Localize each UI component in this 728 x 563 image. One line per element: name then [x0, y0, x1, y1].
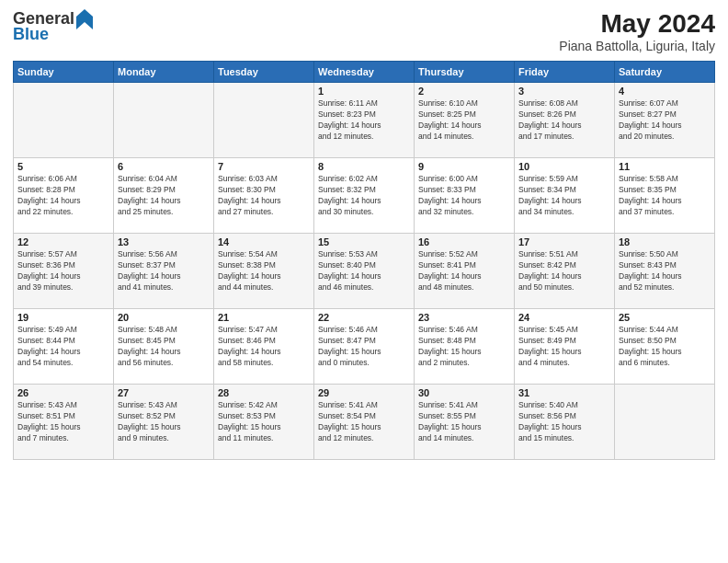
day-cell — [14, 83, 114, 158]
day-number: 1 — [318, 86, 410, 97]
day-info: Sunrise: 6:00 AM Sunset: 8:33 PM Dayligh… — [418, 174, 510, 218]
day-number: 23 — [418, 312, 510, 323]
day-info: Sunrise: 5:52 AM Sunset: 8:41 PM Dayligh… — [418, 249, 510, 293]
day-info: Sunrise: 5:57 AM Sunset: 8:36 PM Dayligh… — [17, 249, 109, 293]
day-number: 2 — [418, 86, 510, 97]
day-number: 3 — [518, 86, 610, 97]
day-number: 27 — [118, 387, 210, 398]
day-info: Sunrise: 5:45 AM Sunset: 8:49 PM Dayligh… — [518, 325, 610, 369]
day-number: 17 — [518, 236, 610, 247]
day-number: 14 — [218, 236, 310, 247]
day-number: 7 — [218, 161, 310, 172]
day-info: Sunrise: 6:02 AM Sunset: 8:32 PM Dayligh… — [318, 174, 410, 218]
day-info: Sunrise: 5:42 AM Sunset: 8:53 PM Dayligh… — [218, 400, 310, 444]
day-cell: 30Sunrise: 5:41 AM Sunset: 8:55 PM Dayli… — [415, 385, 515, 460]
day-cell: 27Sunrise: 5:43 AM Sunset: 8:52 PM Dayli… — [114, 385, 214, 460]
header-row: Sunday Monday Tuesday Wednesday Thursday… — [14, 62, 715, 83]
day-cell: 2Sunrise: 6:10 AM Sunset: 8:25 PM Daylig… — [415, 83, 515, 158]
day-cell: 5Sunrise: 6:06 AM Sunset: 8:28 PM Daylig… — [14, 158, 114, 234]
day-cell: 26Sunrise: 5:43 AM Sunset: 8:51 PM Dayli… — [14, 385, 114, 460]
day-cell — [615, 385, 715, 460]
day-cell: 13Sunrise: 5:56 AM Sunset: 8:37 PM Dayli… — [114, 234, 214, 309]
day-number: 8 — [318, 161, 410, 172]
day-number: 10 — [518, 161, 610, 172]
day-cell: 18Sunrise: 5:50 AM Sunset: 8:43 PM Dayli… — [615, 234, 715, 309]
svg-marker-0 — [76, 9, 93, 29]
header-friday: Friday — [515, 62, 615, 83]
calendar-subtitle: Piana Battolla, Liguria, Italy — [559, 39, 715, 53]
day-number: 19 — [17, 312, 109, 323]
day-cell: 1Sunrise: 6:11 AM Sunset: 8:23 PM Daylig… — [314, 83, 415, 158]
day-cell: 12Sunrise: 5:57 AM Sunset: 8:36 PM Dayli… — [14, 234, 114, 309]
day-info: Sunrise: 5:44 AM Sunset: 8:50 PM Dayligh… — [619, 325, 711, 369]
day-info: Sunrise: 5:51 AM Sunset: 8:42 PM Dayligh… — [518, 249, 610, 293]
day-number: 30 — [418, 387, 510, 398]
day-number: 15 — [318, 236, 410, 247]
week-row-2: 12Sunrise: 5:57 AM Sunset: 8:36 PM Dayli… — [14, 234, 715, 309]
day-info: Sunrise: 5:50 AM Sunset: 8:43 PM Dayligh… — [619, 249, 711, 293]
week-row-3: 19Sunrise: 5:49 AM Sunset: 8:44 PM Dayli… — [14, 309, 715, 385]
logo-icon — [76, 9, 93, 29]
day-cell: 14Sunrise: 5:54 AM Sunset: 8:38 PM Dayli… — [214, 234, 314, 309]
day-number: 13 — [118, 236, 210, 247]
day-cell: 24Sunrise: 5:45 AM Sunset: 8:49 PM Dayli… — [515, 309, 615, 385]
day-number: 20 — [118, 312, 210, 323]
day-number: 6 — [118, 161, 210, 172]
header-tuesday: Tuesday — [214, 62, 314, 83]
day-number: 21 — [218, 312, 310, 323]
day-cell: 9Sunrise: 6:00 AM Sunset: 8:33 PM Daylig… — [415, 158, 515, 234]
day-cell: 29Sunrise: 5:41 AM Sunset: 8:54 PM Dayli… — [314, 385, 415, 460]
day-number: 25 — [619, 312, 711, 323]
calendar-title: May 2024 — [559, 9, 715, 39]
logo-blue: Blue — [13, 26, 49, 44]
week-row-1: 5Sunrise: 6:06 AM Sunset: 8:28 PM Daylig… — [14, 158, 715, 234]
calendar-table: Sunday Monday Tuesday Wednesday Thursday… — [13, 61, 715, 460]
day-number: 26 — [17, 387, 109, 398]
day-cell: 28Sunrise: 5:42 AM Sunset: 8:53 PM Dayli… — [214, 385, 314, 460]
day-info: Sunrise: 6:04 AM Sunset: 8:29 PM Dayligh… — [118, 174, 210, 218]
day-number: 12 — [17, 236, 109, 247]
day-cell — [214, 83, 314, 158]
day-info: Sunrise: 6:11 AM Sunset: 8:23 PM Dayligh… — [318, 98, 410, 143]
day-cell: 7Sunrise: 6:03 AM Sunset: 8:30 PM Daylig… — [214, 158, 314, 234]
day-info: Sunrise: 5:58 AM Sunset: 8:35 PM Dayligh… — [619, 174, 711, 218]
day-cell: 4Sunrise: 6:07 AM Sunset: 8:27 PM Daylig… — [615, 83, 715, 158]
day-number: 5 — [17, 161, 109, 172]
page: General Blue May 2024 Piana Battolla, Li… — [0, 0, 728, 563]
header-sunday: Sunday — [14, 62, 114, 83]
day-number: 22 — [318, 312, 410, 323]
day-info: Sunrise: 5:49 AM Sunset: 8:44 PM Dayligh… — [17, 325, 109, 369]
day-info: Sunrise: 5:48 AM Sunset: 8:45 PM Dayligh… — [118, 325, 210, 369]
day-number: 28 — [218, 387, 310, 398]
day-number: 18 — [619, 236, 711, 247]
day-cell: 11Sunrise: 5:58 AM Sunset: 8:35 PM Dayli… — [615, 158, 715, 234]
day-info: Sunrise: 5:43 AM Sunset: 8:51 PM Dayligh… — [17, 400, 109, 444]
day-info: Sunrise: 5:40 AM Sunset: 8:56 PM Dayligh… — [518, 400, 610, 444]
day-cell: 17Sunrise: 5:51 AM Sunset: 8:42 PM Dayli… — [515, 234, 615, 309]
day-number: 31 — [518, 387, 610, 398]
day-info: Sunrise: 6:07 AM Sunset: 8:27 PM Dayligh… — [619, 98, 711, 143]
day-number: 29 — [318, 387, 410, 398]
day-info: Sunrise: 5:59 AM Sunset: 8:34 PM Dayligh… — [518, 174, 610, 218]
day-cell — [114, 83, 214, 158]
day-info: Sunrise: 5:56 AM Sunset: 8:37 PM Dayligh… — [118, 249, 210, 293]
day-number: 24 — [518, 312, 610, 323]
day-info: Sunrise: 5:53 AM Sunset: 8:40 PM Dayligh… — [318, 249, 410, 293]
day-info: Sunrise: 6:08 AM Sunset: 8:26 PM Dayligh… — [518, 98, 610, 143]
day-cell: 3Sunrise: 6:08 AM Sunset: 8:26 PM Daylig… — [515, 83, 615, 158]
title-block: May 2024 Piana Battolla, Liguria, Italy — [559, 9, 715, 53]
day-cell: 10Sunrise: 5:59 AM Sunset: 8:34 PM Dayli… — [515, 158, 615, 234]
header: General Blue May 2024 Piana Battolla, Li… — [13, 9, 715, 53]
day-info: Sunrise: 5:43 AM Sunset: 8:52 PM Dayligh… — [118, 400, 210, 444]
day-cell: 22Sunrise: 5:46 AM Sunset: 8:47 PM Dayli… — [314, 309, 415, 385]
day-cell: 8Sunrise: 6:02 AM Sunset: 8:32 PM Daylig… — [314, 158, 415, 234]
day-cell: 20Sunrise: 5:48 AM Sunset: 8:45 PM Dayli… — [114, 309, 214, 385]
day-number: 16 — [418, 236, 510, 247]
day-cell: 21Sunrise: 5:47 AM Sunset: 8:46 PM Dayli… — [214, 309, 314, 385]
day-cell: 19Sunrise: 5:49 AM Sunset: 8:44 PM Dayli… — [14, 309, 114, 385]
header-wednesday: Wednesday — [314, 62, 415, 83]
header-saturday: Saturday — [615, 62, 715, 83]
day-info: Sunrise: 5:41 AM Sunset: 8:54 PM Dayligh… — [318, 400, 410, 444]
day-cell: 15Sunrise: 5:53 AM Sunset: 8:40 PM Dayli… — [314, 234, 415, 309]
day-info: Sunrise: 5:46 AM Sunset: 8:47 PM Dayligh… — [318, 325, 410, 369]
